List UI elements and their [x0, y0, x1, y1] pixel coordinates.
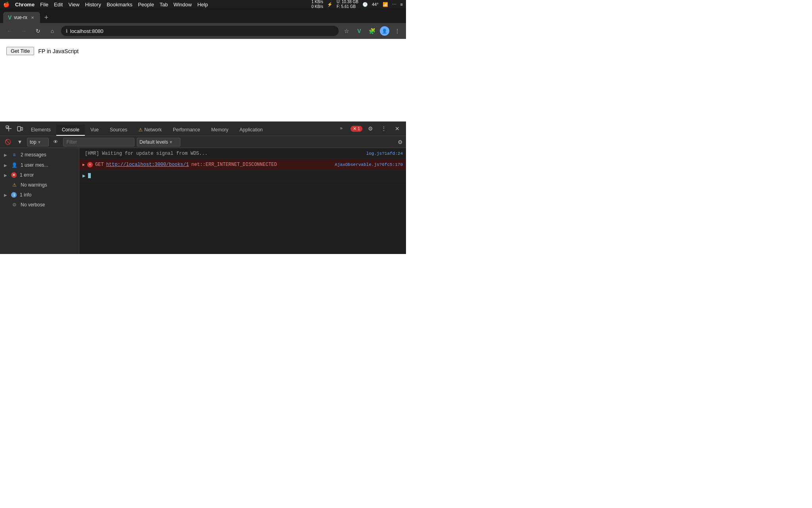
device-toolbar-button[interactable] [14, 123, 25, 134]
devtools-close-button[interactable]: ✕ [392, 123, 403, 134]
browser-chrome: V vue-rx ✕ + ← → ↻ ⌂ ℹ localhost:8080 ☆ … [0, 9, 406, 39]
error-circle-icon: ✕ [87, 162, 93, 167]
people-menu[interactable]: People [138, 2, 154, 8]
sidebar-item-info[interactable]: ▶ ℹ 1 info [0, 190, 79, 200]
menu-icon: ≡ [400, 2, 403, 7]
messages-label: 2 messages [21, 152, 46, 158]
tab-title: vue-rx [14, 15, 27, 20]
messages-chevron: ▶ [4, 153, 8, 157]
filter-toggle-button[interactable]: ▼ [15, 137, 25, 147]
filter-input[interactable] [63, 138, 134, 146]
devtools-console-output: [HMR] Waiting for update signal from WDS… [79, 148, 406, 254]
error-expand-chevron[interactable]: ▶ [82, 162, 85, 167]
home-button[interactable]: ⌂ [47, 25, 58, 37]
sidebar-item-messages[interactable]: ▶ ≡ 2 messages [0, 150, 79, 160]
edit-menu[interactable]: Edit [54, 2, 63, 8]
address-right-icons: ☆ V 🧩 👤 ⋮ [342, 26, 402, 36]
sidebar-item-verbose[interactable]: ⚙ No verbose [0, 200, 79, 210]
devtools-settings-button[interactable]: ⚙ [365, 123, 376, 134]
error-method: GET [95, 162, 104, 167]
errors-label: 1 error [20, 172, 34, 178]
levels-chevron: ▾ [170, 139, 172, 145]
view-menu[interactable]: View [68, 2, 79, 8]
error-badge-count: 1 [358, 126, 360, 131]
address-input-container[interactable]: ℹ localhost:8080 [61, 26, 339, 36]
console-settings-button[interactable]: ⚙ [398, 139, 403, 145]
error-badge-icon: ✕ [353, 126, 356, 131]
error-count-badge[interactable]: ✕ 1 [350, 126, 362, 132]
console-line-error: ▶ ✕ GET http://localhost:3000/books/1 ne… [79, 159, 406, 170]
sidebar-item-errors[interactable]: ▶ ✕ 1 error [0, 170, 79, 180]
bookmark-icon[interactable]: ☆ [342, 26, 351, 36]
active-tab[interactable]: V vue-rx ✕ [3, 12, 40, 23]
tab-bar: V vue-rx ✕ + [0, 9, 406, 23]
window-menu[interactable]: Window [173, 2, 192, 8]
devtools-toolbar: 🚫 ▼ top ▾ 👁 Default levels ▾ ⚙ [0, 136, 406, 148]
tab-console[interactable]: Console [56, 125, 85, 136]
sidebar-item-warnings[interactable]: ⚠ No warnings [0, 180, 79, 190]
tab-network[interactable]: ⚠ Network [133, 125, 167, 136]
extensions-icon[interactable]: 🧩 [367, 26, 377, 36]
tab-application[interactable]: Application [234, 125, 268, 136]
network-stats: 1 KB/s0 KB/s [311, 0, 323, 9]
more-tabs-button[interactable]: » [334, 123, 348, 134]
new-tab-button[interactable]: + [41, 12, 52, 23]
context-value: top [30, 139, 36, 145]
back-button[interactable]: ← [4, 25, 15, 37]
get-title-button[interactable]: Get Title [6, 47, 34, 55]
prompt-cursor [88, 173, 91, 178]
plus-icon: + [44, 13, 48, 22]
reload-button[interactable]: ↻ [33, 25, 44, 37]
context-selector[interactable]: top ▾ [27, 138, 49, 146]
eye-button[interactable]: 👁 [51, 137, 61, 147]
devtools-tab-bar: Elements Console Vue Sources ⚠ Network P… [0, 122, 406, 136]
error-url-link[interactable]: http://localhost:3000/books/1 [106, 162, 189, 167]
help-menu[interactable]: Help [197, 2, 208, 8]
storage-info: U: 10.38 GBF: 5.61 GB [337, 0, 358, 9]
bookmarks-menu[interactable]: Bookmarks [107, 2, 132, 8]
error-source-link[interactable]: AjaxObservable.js?6fc5:170 [335, 162, 403, 167]
tab-menu[interactable]: Tab [159, 2, 168, 8]
clear-console-button[interactable]: 🚫 [3, 137, 13, 147]
file-menu[interactable]: File [40, 2, 48, 8]
tab-elements[interactable]: Elements [25, 125, 56, 136]
chrome-menu[interactable]: Chrome [15, 2, 34, 8]
devtools-tab-icons: » ✕ 1 ⚙ ⋮ ✕ [334, 123, 403, 136]
address-bar: ← → ↻ ⌂ ℹ localhost:8080 ☆ V 🧩 👤 ⋮ [0, 23, 406, 39]
tab-sources[interactable]: Sources [104, 125, 133, 136]
svg-rect-0 [6, 126, 8, 128]
tab-memory[interactable]: Memory [206, 125, 234, 136]
tab-close-button[interactable]: ✕ [30, 15, 35, 20]
tab-favicon: V [8, 14, 11, 21]
info-chevron: ▶ [4, 193, 8, 197]
tab-vue[interactable]: Vue [85, 125, 104, 136]
hmr-text: [HMR] Waiting for update signal from WDS… [85, 151, 208, 156]
sidebar-item-user-messages[interactable]: ▶ 👤 1 user mes... [0, 160, 79, 170]
devtools-inspect-icons [3, 123, 25, 136]
context-chevron: ▾ [38, 139, 40, 145]
chrome-menu-icon[interactable]: ⋮ [393, 26, 402, 36]
hmr-source-link[interactable]: log.js?1afd:24 [366, 151, 403, 156]
devtools-sidebar: ▶ ≡ 2 messages ▶ 👤 1 user mes... ▶ ✕ 1 e… [0, 148, 79, 254]
svg-rect-4 [21, 127, 23, 130]
network-warning-icon: ⚠ [138, 127, 143, 133]
temperature: 44° [372, 2, 379, 7]
profile-icon[interactable]: 👤 [380, 26, 389, 36]
tab-performance[interactable]: Performance [167, 125, 206, 136]
apple-menu[interactable]: 🍎 [3, 2, 10, 8]
levels-selector[interactable]: Default levels ▾ [137, 138, 180, 146]
warnings-label: No warnings [21, 182, 47, 188]
devtools-more-button[interactable]: ⋮ [378, 123, 389, 134]
console-prompt-line[interactable]: ▶ [79, 170, 406, 181]
console-line-hmr: [HMR] Waiting for update signal from WDS… [79, 148, 406, 159]
inspect-element-button[interactable] [3, 123, 14, 134]
page-title-text: FP in JavaScript [38, 47, 79, 56]
info-label: 1 info [20, 192, 31, 198]
forward-button[interactable]: → [18, 25, 29, 37]
verbose-label: No verbose [21, 202, 45, 208]
history-menu[interactable]: History [85, 2, 101, 8]
warnings-icon: ⚠ [11, 182, 17, 188]
wifi-icon: 📶 [383, 2, 388, 7]
error-message: net::ERR_INTERNET_DISCONNECTED [191, 162, 277, 167]
vue-extension-icon[interactable]: V [354, 26, 364, 36]
